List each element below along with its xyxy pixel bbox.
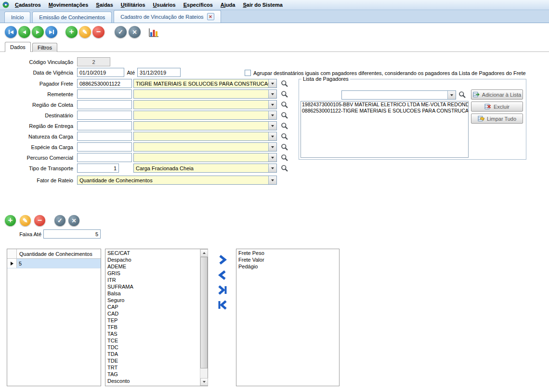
- list-item[interactable]: TAS: [106, 330, 199, 337]
- scroll-up-button[interactable]: [200, 249, 208, 257]
- edit-button[interactable]: ✎: [79, 26, 91, 38]
- detail-cancel-button[interactable]: ✕: [68, 215, 79, 226]
- field-regiao-de-entrega-combo[interactable]: [133, 121, 277, 130]
- detail-edit-button[interactable]: ✎: [20, 215, 31, 226]
- list-item[interactable]: Seguro: [106, 297, 199, 303]
- search-icon[interactable]: [281, 90, 288, 98]
- menu-item-utilitarios[interactable]: Utilitários: [117, 1, 149, 9]
- fator-rateio-combo[interactable]: Quantidade de Conhecimentos: [77, 176, 277, 185]
- move-left-button[interactable]: [216, 269, 229, 281]
- list-item[interactable]: TEP: [106, 317, 199, 324]
- delete-button[interactable]: −: [92, 26, 105, 38]
- field-pagador-frete-code[interactable]: 08862530001122: [77, 79, 132, 88]
- dropdown-button[interactable]: [268, 143, 276, 151]
- detail-confirm-button[interactable]: ✓: [54, 215, 65, 226]
- field-percurso-comercial-code[interactable]: [77, 153, 132, 162]
- grid-cell[interactable]: 5: [17, 259, 101, 268]
- list-item[interactable]: ITR: [106, 277, 199, 283]
- cancel-button[interactable]: ✕: [129, 26, 141, 38]
- field-tipo-de-transporte-code[interactable]: 1: [77, 164, 119, 173]
- field-destinatario-code[interactable]: [77, 111, 132, 120]
- field-destinatario-combo[interactable]: [133, 111, 277, 120]
- dropdown-button[interactable]: [268, 122, 276, 130]
- dropdown-button[interactable]: [268, 176, 276, 184]
- field-remetente-combo[interactable]: [133, 89, 277, 99]
- menu-item-ajuda[interactable]: Ajuda: [217, 1, 239, 9]
- tab-inicio[interactable]: Início: [4, 12, 30, 23]
- pagadores-list-item[interactable]: 08862530001122-TIGRE MATERIAIS E SOLUCOE…: [301, 108, 468, 114]
- data-vigencia-to-field[interactable]: 31/12/2019: [137, 68, 181, 77]
- list-item[interactable]: CAP: [106, 303, 199, 310]
- menu-item-usuarios[interactable]: Usuários: [149, 1, 180, 9]
- dropdown-button[interactable]: [268, 153, 276, 162]
- grid-header-cell[interactable]: Quantidade de Conhecimentos: [17, 249, 101, 258]
- search-icon[interactable]: [281, 143, 288, 151]
- dropdown-button[interactable]: [268, 164, 276, 172]
- field-remetente-code[interactable]: [77, 89, 132, 99]
- next-record-button[interactable]: [32, 26, 44, 38]
- list-item[interactable]: Outros: [106, 384, 199, 385]
- dropdown-button[interactable]: [447, 91, 456, 99]
- menu-item-saidas[interactable]: Saídas: [92, 1, 117, 9]
- search-icon[interactable]: [281, 154, 288, 162]
- field-tipo-de-transporte-combo[interactable]: Carga Fracionada Cheia: [133, 164, 277, 173]
- menu-item-sair-do-sistema[interactable]: Sair do Sistema: [239, 1, 287, 9]
- faixa-ate-field[interactable]: 5: [43, 229, 101, 239]
- list-item[interactable]: TDC: [106, 344, 199, 351]
- menu-item-cadastros[interactable]: Cadastros: [11, 1, 45, 9]
- field-especie-da-carga-code[interactable]: [77, 142, 132, 152]
- move-all-left-button[interactable]: [216, 299, 229, 311]
- last-record-button[interactable]: [45, 26, 57, 38]
- field-regiao-de-coleta-code[interactable]: [77, 100, 132, 109]
- tab-filtros[interactable]: Filtros: [32, 43, 57, 52]
- search-icon[interactable]: [458, 91, 466, 99]
- list-item[interactable]: SUFRAMA: [106, 283, 199, 290]
- field-regiao-de-entrega-code[interactable]: [77, 121, 132, 130]
- adicionar-a-lista-button[interactable]: Adicionar à Lista: [471, 89, 523, 100]
- search-icon[interactable]: [281, 164, 288, 172]
- close-icon[interactable]: ✕: [207, 13, 214, 20]
- search-icon[interactable]: [281, 101, 288, 109]
- move-all-right-button[interactable]: [216, 284, 229, 296]
- grid-row[interactable]: 5: [7, 259, 101, 268]
- list-item[interactable]: TRT: [106, 364, 199, 371]
- field-pagador-frete-combo[interactable]: TIGRE MATERIAIS E SOLUCOES PARA CONSTRUC…: [133, 79, 277, 88]
- tab-dados[interactable]: Dados: [5, 42, 31, 52]
- search-icon[interactable]: [281, 122, 288, 130]
- agrupar-checkbox[interactable]: [245, 70, 251, 76]
- list-item[interactable]: TDA: [106, 351, 199, 357]
- scrollbar-thumb[interactable]: [200, 257, 208, 368]
- tab-emissao-de-conhecimentos[interactable]: Emissão de Conhecimentos: [32, 12, 112, 23]
- list-item[interactable]: Frete Peso: [237, 250, 339, 256]
- menu-item-especificos[interactable]: Específicos: [180, 1, 217, 9]
- list-item[interactable]: TAG: [106, 371, 199, 378]
- list-item[interactable]: Despacho: [106, 256, 199, 263]
- first-record-button[interactable]: [5, 26, 17, 38]
- scroll-down-button[interactable]: [200, 378, 208, 386]
- move-right-button[interactable]: [216, 253, 229, 266]
- search-icon[interactable]: [281, 80, 288, 88]
- list-item[interactable]: Frete Valor: [237, 256, 339, 263]
- list-item[interactable]: TDE: [106, 357, 199, 364]
- list-item[interactable]: GRIS: [106, 270, 199, 277]
- list-item[interactable]: TCE: [106, 337, 199, 344]
- detail-delete-button[interactable]: −: [34, 215, 45, 226]
- field-regiao-de-coleta-combo[interactable]: [133, 100, 277, 109]
- insert-button[interactable]: +: [65, 26, 78, 38]
- list-item[interactable]: Desconto: [106, 378, 199, 384]
- scrollbar[interactable]: [200, 249, 208, 386]
- menu-item-movimentacoes[interactable]: Movimentações: [45, 1, 92, 9]
- dropdown-button[interactable]: [268, 101, 276, 109]
- limpar-tudo-button[interactable]: Limpar Tudo: [471, 114, 523, 124]
- detail-insert-button[interactable]: +: [5, 215, 16, 226]
- pagadores-list-item[interactable]: 19824373000105-BBV MATERIAL ELETRICO LTD…: [301, 101, 468, 108]
- prior-record-button[interactable]: [18, 26, 30, 38]
- pagador-select-combo[interactable]: [341, 90, 456, 100]
- search-icon[interactable]: [281, 133, 288, 140]
- field-natureza-da-carga-combo[interactable]: [133, 132, 277, 141]
- field-natureza-da-carga-code[interactable]: [77, 132, 132, 141]
- dropdown-button[interactable]: [268, 79, 276, 88]
- list-item[interactable]: CAD: [106, 310, 199, 317]
- field-especie-da-carga-combo[interactable]: [133, 142, 277, 152]
- excluir-button[interactable]: Excluir: [471, 101, 523, 112]
